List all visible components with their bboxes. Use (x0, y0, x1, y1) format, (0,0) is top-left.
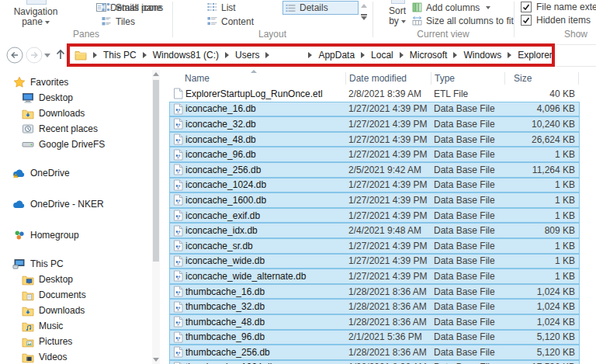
file-row[interactable]: iconcache_1024.db1/27/2021 4:39 PMData B… (169, 178, 580, 193)
sidebar-scrollbar[interactable] (152, 70, 160, 364)
sidebar-item-downloads[interactable]: Downloads (0, 106, 152, 121)
sidebar-item-onedrive[interactable]: OneDrive (0, 165, 152, 181)
file-row[interactable]: iconcache_48.db1/27/2021 4:39 PMData Bas… (169, 132, 580, 147)
database-file-icon (170, 301, 185, 313)
file-date-modified: 1/28/2021 8:36 AM (348, 347, 434, 358)
layout-tiles-button[interactable]: Tiles (102, 16, 135, 27)
back-button[interactable] (6, 47, 23, 64)
file-name: thumbcache_256.db (185, 347, 348, 358)
file-row[interactable]: iconcache_96.db1/27/2021 4:39 PMData Bas… (169, 147, 580, 162)
sidebar-item-label: Desktop (39, 92, 73, 103)
sidebar-item-this-pc[interactable]: This PC (0, 256, 152, 272)
file-row[interactable]: thumbcache_48.db1/28/2021 8:36 AMData Ba… (169, 314, 580, 330)
breadcrumb-segment[interactable]: This PC (103, 50, 137, 61)
sidebar-item-pictures[interactable]: Pictures (0, 334, 152, 349)
file-row[interactable]: iconcache_32.db1/27/2021 4:39 PMData Bas… (169, 116, 580, 132)
file-row[interactable]: thumbcache_16.db1/28/2021 8:36 AMData Ba… (169, 284, 580, 300)
sidebar-item-homegroup[interactable]: Homegroup (0, 227, 152, 243)
file-row[interactable]: thumbcache_1024.db1/28/2021 8:36 AMData … (169, 360, 580, 364)
folder-desktop-icon (21, 273, 34, 286)
sidebar-item-videos[interactable]: Videos (0, 349, 152, 364)
sidebar-item-label: Recent places (39, 123, 98, 134)
details-view-icon (286, 3, 296, 13)
file-type: Data Base File (434, 255, 508, 266)
database-file-icon (170, 194, 185, 206)
sidebar-item-google-drivefs[interactable]: Google DriveFS (0, 137, 152, 152)
list-label: List (221, 2, 236, 13)
layout-small-icons-button[interactable]: Small icons (102, 2, 163, 13)
sidebar-item-downloads[interactable]: Downloads (0, 303, 152, 318)
layout-content-button[interactable]: Content (207, 16, 254, 27)
file-type: ETL File (434, 88, 508, 99)
file-type: Data Base File (434, 119, 508, 130)
file-row[interactable]: thumbcache_96.db2/1/2021 5:36 PMData Bas… (169, 330, 580, 345)
breadcrumb-segment[interactable]: Explorer (518, 50, 553, 61)
gallery-scroll-buttons[interactable] (359, 1, 369, 27)
chevron-down-icon (486, 6, 490, 9)
breadcrumb-segment[interactable]: Users (235, 50, 259, 61)
sidebar-item-desktop[interactable]: Desktop (0, 272, 152, 287)
gallery-up-icon (361, 4, 367, 8)
breadcrumb-separator-icon (93, 52, 97, 58)
sidebar-item-recent-places[interactable]: Recent places (0, 121, 152, 137)
file-row[interactable]: iconcache_256.db2/5/2021 9:42 AMData Bas… (169, 162, 580, 178)
file-size: 1,024 KB (508, 286, 579, 297)
scroll-up-icon[interactable] (153, 72, 159, 76)
database-file-icon (170, 240, 185, 251)
add-columns-button[interactable]: Add columns (412, 2, 490, 13)
file-type: Data Base File (434, 241, 508, 251)
size-all-columns-label: Size all columns to fit (426, 16, 514, 26)
breadcrumb-segment[interactable]: Windows (463, 50, 501, 61)
sidebar-item-desktop[interactable]: Desktop (0, 90, 152, 106)
breadcrumb-segment[interactable]: Microsoft (410, 50, 448, 61)
file-name: iconcache_exif.db (185, 210, 348, 221)
file-row[interactable]: iconcache_idx.db2/4/2021 9:48 AMData Bas… (169, 223, 580, 238)
size-all-columns-button[interactable]: Size all columns to fit (412, 15, 514, 26)
file-row[interactable]: thumbcache_32.db1/28/2021 8:36 AMData Ba… (169, 299, 580, 314)
file-list: Name Date modified Type Size ExplorerSta… (163, 70, 596, 364)
search-box[interactable] (556, 44, 596, 67)
file-row[interactable]: iconcache_exif.db1/27/2021 4:39 PMData B… (169, 208, 580, 224)
database-file-icon (170, 316, 185, 328)
sidebar-item-onedrive-nker[interactable]: OneDrive - NKER (0, 196, 152, 212)
sidebar-item-label: Downloads (39, 305, 85, 316)
breadcrumb-segment[interactable]: AppData (318, 50, 355, 61)
file-row[interactable]: iconcache_sr.db1/27/2021 4:39 PMData Bas… (169, 238, 580, 254)
scrollbar-thumb[interactable] (153, 80, 159, 262)
file-row[interactable]: thumbcache_256.db1/28/2021 8:36 AMData B… (169, 345, 580, 360)
column-header-size[interactable]: Size (514, 73, 532, 84)
file-row[interactable]: ExplorerStartupLog_RunOnce.etl2/8/2021 8… (169, 86, 580, 102)
file-size: 4,096 KB (508, 103, 579, 114)
column-header-name[interactable]: Name (185, 73, 210, 84)
breadcrumb-segment[interactable]: Windows81 (C:) (153, 50, 219, 61)
layout-details-button-selected[interactable]: Details (282, 1, 359, 15)
sidebar-item-favorites[interactable]: Favorites (0, 75, 152, 90)
breadcrumb-segment[interactable]: Local (371, 50, 393, 61)
sidebar-item-label: Music (39, 321, 63, 331)
column-header-type[interactable]: Type (435, 73, 455, 84)
forward-button[interactable] (26, 47, 43, 64)
breadcrumb-separator-icon (508, 52, 511, 58)
sidebar-item-documents[interactable]: Documents (0, 287, 152, 303)
column-header-date-modified[interactable]: Date modified (349, 73, 407, 84)
file-row[interactable]: iconcache_16.db1/27/2021 4:39 PMData Bas… (169, 102, 580, 117)
monitor-icon (21, 92, 34, 105)
navigation-pane: FavoritesDesktopDownloadsRecent placesGo… (0, 70, 152, 364)
folder-icon (74, 50, 87, 61)
file-name-extensions-checkbox[interactable]: File name extensions (521, 2, 596, 12)
file-type: Data Base File (434, 331, 508, 342)
hidden-items-label: Hidden items (536, 15, 591, 26)
up-button[interactable] (54, 47, 68, 61)
file-type: Data Base File (434, 149, 508, 160)
file-row[interactable]: iconcache_1600.db1/27/2021 4:39 PMData B… (169, 192, 580, 208)
layout-list-button[interactable]: List (207, 2, 236, 13)
file-row[interactable]: iconcache_wide.db1/27/2021 4:39 PMData B… (169, 254, 580, 269)
file-type: Data Base File (434, 210, 508, 221)
file-size: 809 KB (508, 225, 579, 236)
file-row[interactable]: iconcache_wide_alternate.db1/27/2021 4:3… (169, 269, 580, 284)
recent-locations-dropdown[interactable] (44, 54, 50, 57)
file-date-modified: 1/27/2021 4:39 PM (348, 149, 434, 160)
hidden-items-checkbox[interactable]: Hidden items (521, 15, 596, 26)
scroll-down-icon[interactable] (153, 358, 159, 362)
sidebar-item-music[interactable]: Music (0, 318, 152, 334)
